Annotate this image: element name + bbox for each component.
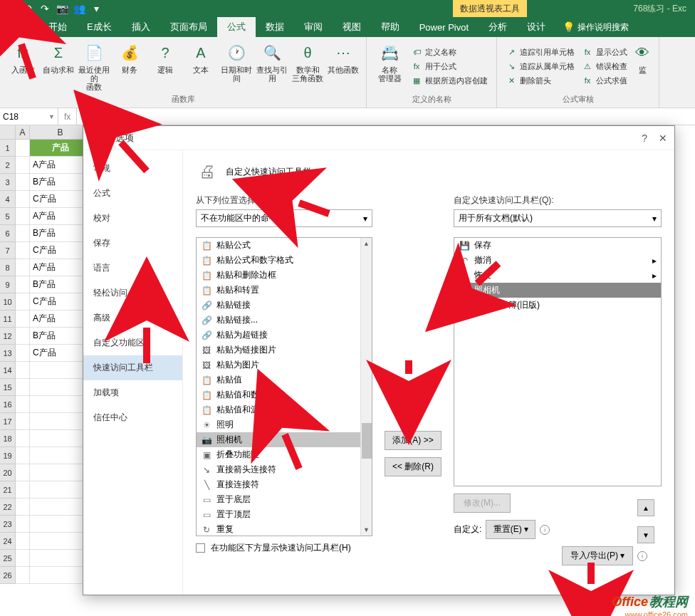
datetime-button[interactable]: 🕐日期和时间: [219, 40, 254, 93]
row-head[interactable]: 15: [0, 379, 16, 396]
cell[interactable]: [16, 191, 30, 208]
close-button[interactable]: ✕: [659, 132, 667, 144]
tab-egrowth[interactable]: E成长: [77, 17, 122, 37]
list-item[interactable]: 📋粘贴和转置: [197, 283, 372, 298]
import-export-button[interactable]: 导入/导出(P) ▾: [562, 546, 633, 565]
tab-insert[interactable]: 插入: [122, 17, 160, 37]
list-item[interactable]: ▭置于顶层: [197, 507, 372, 522]
cell[interactable]: [16, 276, 30, 293]
list-item[interactable]: ↘直接箭头连接符: [197, 462, 372, 477]
qat-dropdown[interactable]: ▾: [88, 1, 104, 16]
cell[interactable]: [16, 481, 30, 498]
nav-item-2[interactable]: 校对: [83, 206, 182, 231]
cell[interactable]: [16, 533, 30, 550]
row-head[interactable]: 18: [0, 430, 16, 447]
row-head[interactable]: 11: [0, 310, 16, 328]
insert-function-button[interactable]: fx入函数: [6, 40, 40, 93]
name-manager-button[interactable]: 📇名称 管理器: [372, 40, 407, 93]
recent-button[interactable]: 📄最近使用的 函数: [77, 40, 111, 93]
row-head[interactable]: 25: [0, 550, 16, 567]
row-head[interactable]: 1: [0, 140, 16, 157]
error-check-button[interactable]: ⚠错误检查: [579, 60, 630, 73]
trace-prec-button[interactable]: ↗追踪引用单元格: [503, 46, 578, 58]
tab-file[interactable]: 文件: [0, 17, 38, 37]
customize-qat-select[interactable]: 用于所有文档(默认)▾: [454, 209, 662, 227]
list-item[interactable]: ▣折叠功能区: [197, 447, 372, 462]
cell[interactable]: [16, 430, 30, 447]
tab-view[interactable]: 视图: [333, 17, 371, 37]
cell[interactable]: [16, 242, 30, 259]
cell[interactable]: [16, 140, 30, 157]
cell[interactable]: [16, 293, 30, 310]
trace-dep-button[interactable]: ↘追踪从属单元格: [503, 60, 578, 73]
nav-item-8[interactable]: 快速访问工具栏: [83, 355, 182, 380]
use-formula-button[interactable]: fx用于公式: [408, 60, 491, 73]
cell[interactable]: [16, 208, 30, 225]
row-head[interactable]: 6: [0, 225, 16, 242]
list-item[interactable]: ↷恢复▸: [454, 268, 661, 283]
cell[interactable]: [16, 259, 30, 276]
list-item[interactable]: 📋粘贴值和源格式: [197, 402, 372, 417]
cell[interactable]: [16, 362, 30, 379]
share-button[interactable]: 👥: [71, 1, 87, 16]
list-item[interactable]: ╲直接连接符: [197, 477, 372, 492]
list-item[interactable]: 📋粘贴值和数字格式: [197, 387, 372, 402]
name-box[interactable]: C18▼: [0, 108, 58, 125]
cell[interactable]: [16, 379, 30, 396]
financial-button[interactable]: 💰财务: [113, 40, 147, 93]
row-head[interactable]: 2: [0, 157, 16, 174]
more-fn-button[interactable]: ⋯其他函数: [326, 40, 360, 93]
select-all-corner[interactable]: [0, 125, 16, 140]
nav-item-3[interactable]: 保存: [83, 231, 182, 256]
nav-item-7[interactable]: 自定义功能区: [83, 330, 182, 355]
list-item[interactable]: 🔗粘贴链接: [197, 298, 372, 313]
tab-design[interactable]: 设计: [517, 17, 555, 37]
tab-home[interactable]: 开始: [38, 17, 77, 37]
row-head[interactable]: 21: [0, 481, 16, 498]
list-item[interactable]: 📋粘贴值: [197, 372, 372, 387]
list-item[interactable]: 👥共享工作簿(旧版): [454, 298, 661, 313]
fx-label-icon[interactable]: fx: [64, 112, 70, 122]
text-button[interactable]: A文本: [184, 40, 218, 93]
tab-pagelayout[interactable]: 页面布局: [160, 17, 217, 37]
list-item[interactable]: 🖼粘贴为链接图片: [197, 343, 372, 357]
tell-me-search[interactable]: 💡操作说明搜索: [555, 17, 636, 37]
nav-item-5[interactable]: 轻松访问: [83, 281, 182, 306]
nav-item-0[interactable]: 常规: [83, 156, 182, 181]
nav-item-1[interactable]: 公式: [83, 181, 182, 206]
list-item[interactable]: ↻重复: [197, 522, 372, 536]
nav-item-9[interactable]: 加载项: [83, 380, 182, 405]
cell[interactable]: [16, 516, 30, 533]
list-item[interactable]: 🔗粘贴为超链接: [197, 328, 372, 343]
tab-formulas[interactable]: 公式: [217, 17, 256, 37]
show-below-checkbox[interactable]: [196, 543, 205, 553]
scroll-down-button[interactable]: ▼: [361, 524, 372, 536]
list-item[interactable]: 📋粘贴公式: [197, 238, 372, 253]
list-item[interactable]: 📋粘贴和删除边框: [197, 268, 372, 283]
row-head[interactable]: 12: [0, 328, 16, 345]
cell[interactable]: [16, 345, 30, 362]
scroll-up-button[interactable]: ▲: [361, 238, 372, 249]
row-head[interactable]: 13: [0, 345, 16, 362]
commands-listbox[interactable]: 📋粘贴公式📋粘贴公式和数字格式📋粘贴和删除边框📋粘贴和转置🔗粘贴链接🔗粘贴链接.…: [196, 237, 372, 536]
show-formulas-button[interactable]: fx显示公式: [579, 46, 630, 58]
row-head[interactable]: 14: [0, 362, 16, 379]
info-icon[interactable]: i: [540, 525, 550, 535]
cell[interactable]: [16, 498, 30, 516]
cell[interactable]: [16, 413, 30, 430]
row-head[interactable]: 20: [0, 464, 16, 481]
list-item[interactable]: 🔗粘贴链接...: [197, 313, 372, 328]
nav-item-6[interactable]: 高级: [83, 306, 182, 330]
create-from-sel-button[interactable]: ▦根据所选内容创建: [408, 74, 491, 87]
cell[interactable]: [16, 396, 30, 413]
move-up-button[interactable]: ▲: [637, 499, 654, 516]
row-head[interactable]: 16: [0, 396, 16, 413]
row-head[interactable]: 5: [0, 208, 16, 225]
cell[interactable]: [16, 310, 30, 328]
list-item[interactable]: 📷照相机: [197, 432, 372, 447]
tab-help[interactable]: 帮助: [371, 17, 409, 37]
cell[interactable]: [16, 550, 30, 567]
choose-from-select[interactable]: 不在功能区中的命令▾: [196, 209, 372, 227]
cell[interactable]: [16, 567, 30, 584]
logical-button[interactable]: ?逻辑: [148, 40, 182, 93]
